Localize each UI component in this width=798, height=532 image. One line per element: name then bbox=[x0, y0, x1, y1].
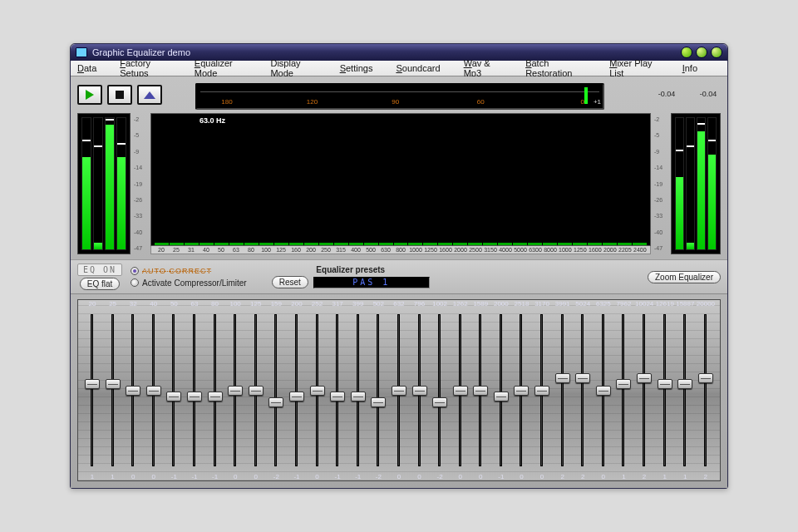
menu-playlist[interactable]: Mixer Play List bbox=[609, 58, 670, 78]
correlation-indicator bbox=[584, 87, 588, 104]
eq-band-slider[interactable] bbox=[451, 311, 470, 470]
menu-soundcard[interactable]: Soundcard bbox=[396, 63, 451, 73]
spectrum-analyzer: 63.0 Hz bbox=[150, 113, 651, 246]
titlebar-minimize-button[interactable] bbox=[696, 47, 707, 58]
app-icon bbox=[76, 47, 87, 57]
preset-reset-button[interactable]: Reset bbox=[272, 276, 308, 288]
eq-band-slider[interactable] bbox=[165, 311, 183, 470]
eject-icon bbox=[144, 91, 155, 99]
radio-icon bbox=[131, 267, 139, 275]
level-bar bbox=[81, 117, 91, 250]
eq-band-slider[interactable] bbox=[512, 311, 530, 470]
stop-icon bbox=[116, 91, 124, 99]
meter-scale-right: -2-5-9-14-19-26-33-40-47 bbox=[654, 113, 667, 254]
eq-band-slider[interactable] bbox=[206, 311, 224, 470]
corr-tick: 120 bbox=[307, 98, 318, 106]
input-level-meter-right bbox=[671, 113, 721, 254]
eq-band-slider[interactable] bbox=[104, 311, 122, 470]
titlebar-close-button[interactable] bbox=[711, 47, 722, 58]
eq-band-slider[interactable] bbox=[697, 311, 715, 470]
spectrum-hover-label: 63.0 Hz bbox=[200, 116, 225, 125]
eq-band-slider[interactable] bbox=[288, 311, 306, 470]
corr-tick: 90 bbox=[392, 98, 399, 106]
eq-on-indicator[interactable]: EQ ON bbox=[77, 264, 122, 276]
level-bar bbox=[116, 117, 126, 250]
eq-band-slider[interactable] bbox=[411, 311, 429, 470]
window-title: Graphic Equalizer demo bbox=[92, 47, 677, 57]
slider-freq-row: 2025324050638010012515920025231739950263… bbox=[78, 300, 720, 308]
preset-display[interactable]: PAS 1 bbox=[313, 277, 430, 288]
menu-displaymode[interactable]: Display Mode bbox=[270, 58, 328, 78]
eq-band-slider[interactable] bbox=[267, 311, 285, 470]
eq-band-slider[interactable] bbox=[83, 311, 101, 470]
eq-band-slider[interactable] bbox=[594, 311, 613, 470]
corr-tick: +1 bbox=[594, 98, 601, 106]
eq-band-slider[interactable] bbox=[471, 311, 490, 470]
level-bar bbox=[686, 117, 695, 250]
presets-title: Equalizer presets bbox=[316, 265, 385, 274]
top-section: 180 120 90 60 0 +1 -0.04 -0.04 -2-5-9-14… bbox=[71, 76, 727, 259]
eq-band-slider[interactable] bbox=[369, 311, 387, 470]
eq-slider-panel: 2025324050638010012515920025231739950263… bbox=[77, 299, 721, 481]
spectrum-x-axis: 2025314050638010012516020025031540050063… bbox=[150, 246, 651, 254]
menubar: Data Factory Setups Equalizer Mode Displ… bbox=[71, 61, 727, 76]
menu-wavmp3[interactable]: Wav & Mp3 bbox=[464, 58, 514, 78]
eq-band-slider[interactable] bbox=[635, 311, 653, 470]
eq-band-slider[interactable] bbox=[574, 311, 592, 470]
eq-band-slider[interactable] bbox=[431, 311, 449, 470]
play-button[interactable] bbox=[77, 85, 102, 105]
compressor-label: Activate Compressor/Limiter bbox=[142, 278, 247, 288]
menu-batch[interactable]: Batch Restoration bbox=[525, 58, 598, 78]
eq-band-slider[interactable] bbox=[492, 311, 510, 470]
eq-band-slider[interactable] bbox=[226, 311, 244, 470]
auto-correct-label: AUTO CORRECT bbox=[142, 267, 212, 275]
eq-band-slider[interactable] bbox=[533, 311, 551, 470]
eq-band-slider[interactable] bbox=[656, 311, 674, 470]
corr-tick: 60 bbox=[477, 98, 485, 106]
correlation-meter: 180 120 90 60 0 +1 bbox=[195, 83, 604, 110]
play-icon bbox=[86, 90, 94, 100]
level-bar bbox=[105, 117, 115, 250]
eq-band-slider[interactable] bbox=[145, 311, 163, 470]
eq-sliders bbox=[78, 308, 720, 473]
eq-band-slider[interactable] bbox=[554, 311, 572, 470]
eq-band-slider[interactable] bbox=[308, 311, 327, 470]
level-bar bbox=[93, 117, 103, 250]
eq-flat-button[interactable]: EQ flat bbox=[80, 278, 121, 290]
level-bar bbox=[707, 117, 717, 250]
radio-icon bbox=[131, 278, 139, 287]
input-level-meter-left bbox=[77, 113, 131, 254]
peak-readouts: -0.04 -0.04 bbox=[654, 81, 721, 98]
app-window: Graphic Equalizer demo Data Factory Setu… bbox=[70, 43, 728, 489]
eq-band-slider[interactable] bbox=[390, 311, 408, 470]
level-bar bbox=[697, 117, 706, 250]
eject-button[interactable] bbox=[137, 85, 162, 105]
menu-eqmode[interactable]: Equalizer Mode bbox=[195, 58, 259, 78]
titlebar-help-button[interactable] bbox=[681, 47, 692, 58]
eq-band-slider[interactable] bbox=[676, 311, 694, 470]
eq-band-slider[interactable] bbox=[614, 311, 633, 470]
transport-controls bbox=[77, 81, 162, 105]
level-bar bbox=[675, 117, 684, 250]
stop-button[interactable] bbox=[107, 85, 132, 105]
eq-band-slider[interactable] bbox=[185, 311, 204, 470]
eq-band-slider[interactable] bbox=[247, 311, 265, 470]
eq-band-slider[interactable] bbox=[349, 311, 367, 470]
menu-info[interactable]: Info bbox=[682, 63, 709, 73]
peak-readout-left: -0.04 bbox=[658, 90, 676, 98]
menu-settings[interactable]: Settings bbox=[340, 63, 385, 73]
eq-band-slider[interactable] bbox=[124, 311, 142, 470]
corr-tick: 180 bbox=[221, 98, 232, 106]
slider-value-row: 1100-1-1-100-2-10-1-1-200-200-1002201211… bbox=[78, 473, 720, 480]
menu-data[interactable]: Data bbox=[77, 63, 108, 73]
eq-control-strip: EQ ON EQ flat AUTO CORRECT Activate Comp… bbox=[71, 259, 727, 294]
eq-band-slider[interactable] bbox=[328, 311, 347, 470]
peak-readout-right: -0.04 bbox=[700, 90, 717, 98]
zoom-equalizer-button[interactable]: Zoom Equalizer bbox=[648, 271, 721, 283]
meter-scale-left: -2-5-9-14-19-26-33-40-47 bbox=[134, 113, 147, 254]
compressor-radio[interactable]: Activate Compressor/Limiter bbox=[131, 278, 247, 288]
auto-correct-radio[interactable]: AUTO CORRECT bbox=[131, 267, 247, 275]
eq-slider-area: 2025324050638010012515920025231739950263… bbox=[71, 294, 727, 488]
menu-factory[interactable]: Factory Setups bbox=[120, 58, 183, 78]
